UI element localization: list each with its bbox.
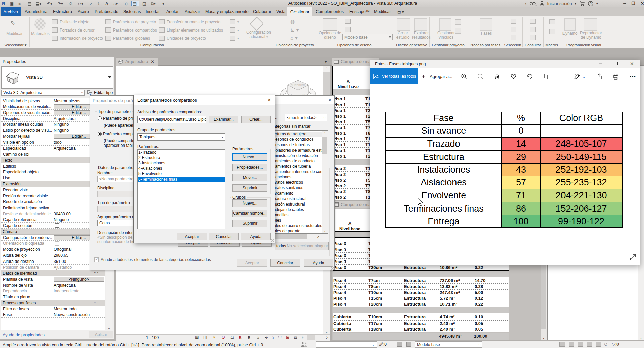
svg-text:SUPERIOR: SUPERIOR xyxy=(291,84,305,87)
svg-text:?: ? xyxy=(590,2,592,5)
